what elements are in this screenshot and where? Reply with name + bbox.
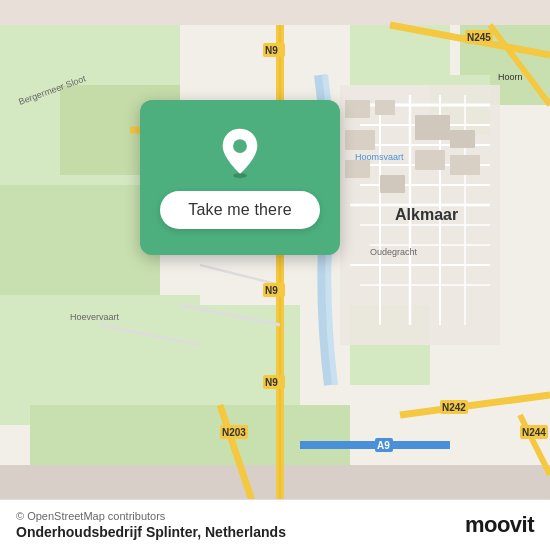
- svg-rect-68: [345, 130, 375, 150]
- svg-rect-71: [450, 130, 475, 148]
- svg-text:N9: N9: [265, 377, 278, 388]
- svg-rect-66: [345, 100, 370, 118]
- bottom-bar: © OpenStreetMap contributors Onderhoudsb…: [0, 499, 550, 550]
- location-card: Take me there: [140, 100, 340, 255]
- bottom-info: © OpenStreetMap contributors Onderhoudsb…: [16, 510, 286, 540]
- take-me-there-button[interactable]: Take me there: [160, 191, 319, 229]
- svg-rect-2: [0, 185, 160, 305]
- svg-rect-73: [345, 160, 370, 178]
- map-container: N9 N9 N9 N510 N245 N242 N244 A9 N203: [0, 0, 550, 550]
- map-pin-icon: [214, 127, 266, 179]
- svg-text:Hoevervaart: Hoevervaart: [70, 312, 120, 322]
- svg-text:N203: N203: [222, 427, 246, 438]
- svg-text:N9: N9: [265, 45, 278, 56]
- map-background: N9 N9 N9 N510 N245 N242 N244 A9 N203: [0, 0, 550, 550]
- moovit-logo: moovit: [465, 512, 534, 538]
- svg-text:Oudegracht: Oudegracht: [370, 247, 418, 257]
- svg-rect-72: [450, 155, 480, 175]
- svg-text:N9: N9: [265, 285, 278, 296]
- moovit-logo-text: moovit: [465, 512, 534, 538]
- copyright-text: © OpenStreetMap contributors: [16, 510, 286, 522]
- svg-rect-69: [415, 115, 450, 140]
- svg-rect-67: [375, 100, 395, 115]
- svg-text:N245: N245: [467, 32, 491, 43]
- location-name: Onderhoudsbedrijf Splinter, Netherlands: [16, 524, 286, 540]
- svg-text:Hoorn: Hoorn: [498, 72, 523, 82]
- svg-rect-74: [380, 175, 405, 193]
- svg-text:N244: N244: [522, 427, 546, 438]
- svg-text:N242: N242: [442, 402, 466, 413]
- svg-point-76: [233, 139, 247, 153]
- svg-text:Alkmaar: Alkmaar: [395, 206, 458, 223]
- svg-text:A9: A9: [377, 440, 390, 451]
- svg-rect-70: [415, 150, 445, 170]
